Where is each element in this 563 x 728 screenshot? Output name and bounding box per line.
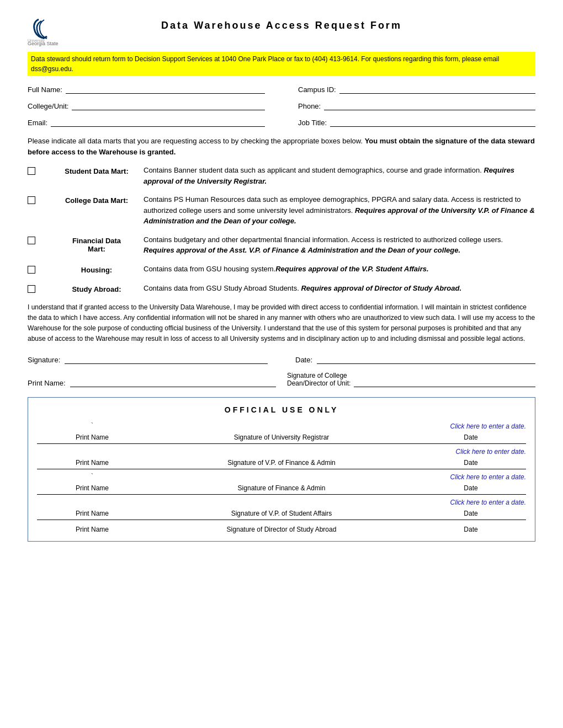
print-name-3: Print Name <box>37 482 147 492</box>
student-mart-name: Student Data Mart: <box>50 165 144 175</box>
full-name-label: Full Name: <box>28 85 62 94</box>
date-line <box>317 354 535 364</box>
print-name-line <box>70 377 276 387</box>
financial-mart-checkbox-cell <box>28 234 50 246</box>
logo-area: Georgia State University <box>28 17 72 49</box>
date-click-3[interactable]: Click here to enter a date. <box>416 473 526 481</box>
print-name-1: Print Name <box>37 431 147 441</box>
campus-id-input[interactable] <box>339 84 535 94</box>
field-row-2: College/Unit: Phone: <box>28 100 535 110</box>
sig-college-label: Signature of College <box>287 372 347 379</box>
notice-text: Data steward should return form to Decis… <box>31 55 499 73</box>
sig-spacer-1 <box>147 422 416 430</box>
date-click-4[interactable]: Click here to enter a date. <box>416 498 526 506</box>
instructions: Please indicate all data marts that you … <box>28 136 535 157</box>
full-name-input[interactable] <box>66 84 265 94</box>
official-row-1-labels: ` Click here to enter a date. <box>37 422 526 430</box>
financial-mart-name: Financial DataMart: <box>50 234 144 253</box>
date-click-text-3[interactable]: Click here to enter a date. <box>450 473 526 481</box>
field-row-1: Full Name: Campus ID: <box>28 84 535 94</box>
official-row-5: Print Name Signature of Director of Stud… <box>37 523 526 533</box>
form-fields: Full Name: Campus ID: College/Unit: Phon… <box>28 84 535 127</box>
study-abroad-mart-name: Study Abroad: <box>50 283 144 293</box>
date-4: Date <box>416 507 526 517</box>
study-abroad-checkbox-cell <box>28 283 50 295</box>
signature-group: Signature: <box>28 354 268 364</box>
sig-spacer-3 <box>147 473 416 481</box>
date-group: Date: <box>295 354 535 364</box>
financial-mart-checkbox[interactable] <box>28 237 35 244</box>
official-row-2: Print Name Signature of V.P. of Finance … <box>37 457 526 469</box>
campus-id-group: Campus ID: <box>298 84 535 94</box>
sig-registrar: Signature of University Registrar <box>147 431 416 441</box>
student-mart-desc: Contains Banner student data such as app… <box>144 165 535 186</box>
consent-text: I understand that if granted access to t… <box>28 302 535 345</box>
college-data-mart-row: College Data Mart: Contains PS Human Res… <box>28 194 535 227</box>
official-title: OFFICIAL USE ONLY <box>37 405 526 414</box>
official-row-1: Print Name Signature of University Regis… <box>37 431 526 444</box>
date-5: Date <box>416 523 526 533</box>
sig-spacer-2 <box>147 447 416 456</box>
email-label: Email: <box>28 119 47 127</box>
sig-finance-admin: Signature of Finance & Admin <box>147 482 416 492</box>
student-mart-checkbox-cell <box>28 165 50 176</box>
signature-section: Signature: Date: Print Name: Signature o… <box>28 354 535 387</box>
form-title-area: Data Warehouse Access Request Form <box>72 17 491 31</box>
college-mart-desc: Contains PS Human Resources data such as… <box>144 194 535 227</box>
tick-1: ` <box>37 422 147 430</box>
date-click-1[interactable]: Click here to enter a date. <box>416 422 526 430</box>
phone-label: Phone: <box>298 102 321 110</box>
email-group: Email: <box>28 117 265 127</box>
college-dean-line <box>354 377 535 387</box>
print-name-5: Print Name <box>37 523 147 533</box>
notice-bar: Data steward should return form to Decis… <box>28 52 535 76</box>
housing-data-mart-row: Housing: Contains data from GSU housing … <box>28 264 535 275</box>
official-row-4: Print Name Signature of V.P. of Student … <box>37 507 526 520</box>
study-abroad-checkbox[interactable] <box>28 285 35 293</box>
financial-data-mart-row: Financial DataMart: Contains budgetary a… <box>28 234 535 256</box>
job-title-label: Job Title: <box>298 119 327 127</box>
gsu-logo-icon: Georgia State University <box>28 17 61 47</box>
study-abroad-mart-row: Study Abroad: Contains data from GSU Stu… <box>28 283 535 295</box>
sig-spacer-4 <box>147 498 416 506</box>
college-sig-group: Signature of College Dean/Director of Un… <box>287 372 535 387</box>
study-abroad-mart-desc: Contains data from GSU Study Abroad Stud… <box>144 283 535 294</box>
student-data-mart-row: Student Data Mart: Contains Banner stude… <box>28 165 535 186</box>
official-row-4-labels: Click here to enter a date. <box>37 498 526 506</box>
tick-3: ` <box>37 473 147 481</box>
print-name-2: Print Name <box>37 457 147 467</box>
date-3: Date <box>416 482 526 492</box>
student-mart-checkbox[interactable] <box>28 167 35 175</box>
date-click-text-2[interactable]: Click here to enter date. <box>456 448 526 456</box>
college-mart-checkbox-cell <box>28 194 50 206</box>
instructions-normal: Please indicate all data marts that you … <box>28 137 363 145</box>
print-name-4: Print Name <box>37 507 147 517</box>
svg-text:University: University <box>28 39 45 43</box>
job-title-input[interactable] <box>330 117 535 127</box>
official-row-2-labels: Click here to enter date. <box>37 447 526 456</box>
date-1: Date <box>416 431 526 441</box>
date-click-2[interactable]: Click here to enter date. <box>416 447 526 456</box>
college-unit-input[interactable] <box>72 100 265 110</box>
housing-mart-checkbox-cell <box>28 264 50 275</box>
campus-id-label: Campus ID: <box>298 85 336 94</box>
college-mart-name: College Data Mart: <box>50 194 144 205</box>
housing-mart-checkbox[interactable] <box>28 266 35 274</box>
college-unit-group: College/Unit: <box>28 100 265 110</box>
sig-vp-finance: Signature of V.P. of Finance & Admin <box>147 457 416 467</box>
job-title-group: Job Title: <box>298 117 535 127</box>
sig-vp-student: Signature of V.P. of Student Affairs <box>147 507 416 517</box>
college-unit-label: College/Unit: <box>28 102 68 110</box>
date-click-text-4[interactable]: Click here to enter a date. <box>450 499 526 506</box>
email-input[interactable] <box>51 117 265 127</box>
phone-input[interactable] <box>324 100 535 110</box>
field-row-3: Email: Job Title: <box>28 117 535 127</box>
official-row-3-labels: ` Click here to enter a date. <box>37 473 526 481</box>
phone-group: Phone: <box>298 100 535 110</box>
date-click-text-1[interactable]: Click here to enter a date. <box>450 422 526 430</box>
college-mart-checkbox[interactable] <box>28 196 35 204</box>
tick-4 <box>37 498 147 506</box>
full-name-group: Full Name: <box>28 84 265 94</box>
housing-mart-name: Housing: <box>50 264 144 274</box>
housing-mart-desc: Contains data from GSU housing system.Re… <box>144 264 535 275</box>
